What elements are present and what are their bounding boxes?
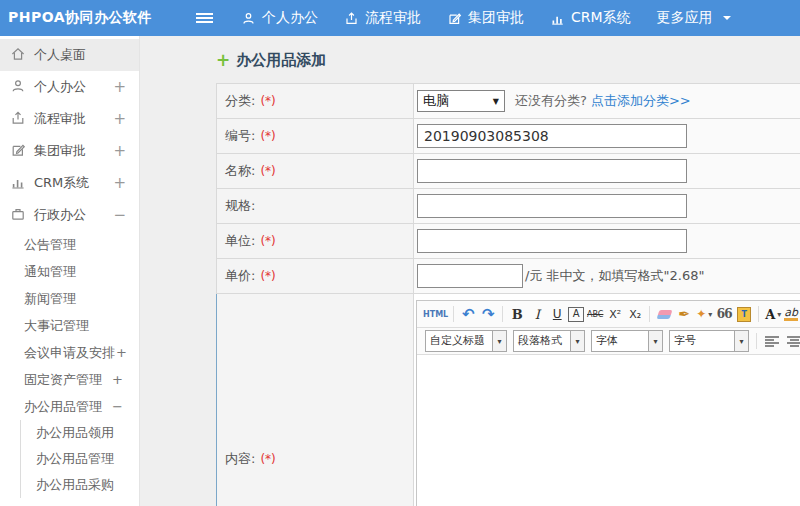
app-window: PHPOA协同办公软件 个人办公 流程审批 集团审批 CRM系统 更多应用 bbox=[0, 0, 800, 506]
font-family-dropdown[interactable]: 字体 ▾ bbox=[591, 330, 663, 352]
person-icon bbox=[241, 11, 256, 26]
magic-wand-icon: ✦ bbox=[696, 307, 706, 321]
expand-plus-icon[interactable]: + bbox=[112, 372, 123, 387]
unit-input[interactable] bbox=[417, 229, 687, 253]
sidebar-item-announcement-mgmt[interactable]: 公告管理 bbox=[0, 231, 139, 258]
format-painter-button[interactable]: ✦▾ bbox=[695, 304, 713, 324]
sidebar-item-crm-system[interactable]: CRM系统 + bbox=[0, 167, 139, 199]
dropdown-value: 字号 bbox=[669, 330, 735, 352]
align-center-button[interactable] bbox=[787, 336, 800, 347]
toolbar-separator bbox=[649, 306, 650, 322]
sidebar-item-supplies-purchase[interactable]: 办公用品采购 bbox=[21, 472, 139, 498]
caret-down-icon: ▾ bbox=[777, 310, 781, 319]
editor-content-area[interactable] bbox=[417, 355, 800, 506]
field-value-code bbox=[414, 119, 800, 153]
bold-button[interactable]: B bbox=[508, 304, 526, 324]
nav-personal-office[interactable]: 个人办公 bbox=[241, 9, 318, 27]
office-supply-add-form: 分类: (*) 电脑 ▼ 还没有分类? 点击添加分类>> 编号: (*) bbox=[216, 83, 800, 506]
strikethrough-button[interactable]: ABC bbox=[586, 304, 604, 324]
nav-workflow-approval[interactable]: 流程审批 bbox=[344, 9, 421, 27]
underline-button[interactable]: U bbox=[548, 304, 566, 324]
sidebar-item-label: 行政办公 bbox=[34, 206, 86, 224]
expand-plus-icon[interactable]: + bbox=[113, 78, 126, 96]
price-input[interactable] bbox=[417, 264, 523, 288]
caret-down-icon: ▾ bbox=[649, 330, 663, 352]
nav-crm-system[interactable]: CRM系统 bbox=[550, 9, 631, 27]
name-input[interactable] bbox=[417, 159, 687, 183]
expand-plus-icon[interactable]: + bbox=[113, 142, 126, 160]
highlight-button[interactable]: ab▾ bbox=[784, 304, 800, 324]
no-category-hint: 还没有分类? bbox=[515, 92, 587, 110]
redo-button[interactable]: ↷ bbox=[479, 304, 497, 324]
font-size-dropdown[interactable]: 字号 ▾ bbox=[669, 330, 749, 352]
hamburger-menu-icon[interactable] bbox=[196, 11, 213, 25]
app-logo: PHPOA协同办公软件 bbox=[8, 9, 160, 27]
rich-text-editor: HTML ↶ ↷ B I U A ABC X² X₂ ✒ bbox=[416, 300, 800, 506]
expand-plus-icon[interactable]: + bbox=[113, 110, 126, 128]
html-source-button[interactable]: HTML bbox=[423, 304, 448, 324]
field-label-name: 名称: (*) bbox=[217, 154, 414, 188]
sidebar-item-supplies-requisition[interactable]: 办公用品领用 bbox=[21, 420, 139, 446]
collapse-minus-icon[interactable]: − bbox=[112, 399, 123, 414]
sidebar-item-meeting-request[interactable]: 会议申请及安排 + bbox=[0, 339, 139, 366]
nav-label: 流程审批 bbox=[365, 9, 421, 27]
sidebar-item-label: 通知管理 bbox=[24, 263, 76, 281]
field-value-name bbox=[414, 154, 800, 188]
sidebar-item-label: 集团审批 bbox=[34, 142, 86, 160]
category-select[interactable]: 电脑 ▼ bbox=[417, 90, 505, 112]
add-category-link[interactable]: 点击添加分类>> bbox=[591, 92, 691, 110]
superscript-button[interactable]: X² bbox=[606, 304, 624, 324]
paste-button[interactable]: T bbox=[735, 304, 753, 324]
clear-format-button[interactable]: ✒ bbox=[675, 304, 693, 324]
sidebar-item-group-approval[interactable]: 集团审批 + bbox=[0, 135, 139, 167]
expand-plus-icon[interactable]: + bbox=[116, 345, 127, 360]
collapse-minus-icon[interactable]: − bbox=[113, 206, 126, 224]
sidebar-item-personal-office[interactable]: 个人办公 + bbox=[0, 71, 139, 103]
font-color-button[interactable]: A▾ bbox=[764, 304, 782, 324]
blockquote-button[interactable]: 66 bbox=[715, 304, 733, 324]
sidebar-item-label: CRM系统 bbox=[34, 174, 89, 192]
nav-more-apps[interactable]: 更多应用 bbox=[657, 9, 731, 27]
align-left-button[interactable] bbox=[765, 336, 779, 347]
paragraph-format-dropdown[interactable]: 段落格式 ▾ bbox=[513, 330, 585, 352]
editor-toolbar-row1: HTML ↶ ↷ B I U A ABC X² X₂ ✒ bbox=[417, 301, 800, 328]
top-nav: 个人办公 流程审批 集团审批 CRM系统 更多应用 bbox=[241, 9, 731, 27]
sidebar-item-fixed-assets-mgmt[interactable]: 固定资产管理 + bbox=[0, 366, 139, 393]
caret-down-icon: ▾ bbox=[708, 310, 712, 319]
font-border-button[interactable]: A bbox=[568, 307, 584, 322]
edit-icon bbox=[447, 11, 462, 26]
sidebar-subgroup-office-supplies: 办公用品领用 办公用品管理 办公用品采购 bbox=[20, 420, 139, 498]
code-input[interactable] bbox=[417, 124, 687, 148]
sidebar-item-label: 新闻管理 bbox=[24, 290, 76, 308]
required-marker: (*) bbox=[260, 269, 275, 283]
sidebar-item-label: 办公用品管理 bbox=[24, 398, 102, 416]
spec-input[interactable] bbox=[417, 194, 687, 218]
field-value-category: 电脑 ▼ 还没有分类? 点击添加分类>> bbox=[414, 84, 800, 118]
caret-down-icon bbox=[723, 16, 731, 24]
caret-down-icon: ▾ bbox=[571, 330, 585, 352]
sidebar-item-personal-desktop[interactable]: 个人桌面 bbox=[0, 39, 139, 71]
required-marker: (*) bbox=[260, 164, 275, 178]
dropdown-value: 段落格式 bbox=[513, 330, 571, 352]
undo-button[interactable]: ↶ bbox=[459, 304, 477, 324]
label-text: 分类: bbox=[225, 92, 255, 110]
field-value-price: /元 非中文，如填写格式"2.68" bbox=[414, 259, 800, 293]
sidebar-item-workflow-approval[interactable]: 流程审批 + bbox=[0, 103, 139, 135]
eraser-button[interactable] bbox=[655, 304, 673, 324]
sidebar-item-office-supplies-mgmt[interactable]: 办公用品管理 − bbox=[0, 393, 139, 420]
nav-group-approval[interactable]: 集团审批 bbox=[447, 9, 524, 27]
custom-heading-dropdown[interactable]: 自定义标题 ▾ bbox=[425, 330, 507, 352]
sidebar-item-news-mgmt[interactable]: 新闻管理 bbox=[0, 285, 139, 312]
sidebar-item-notice-mgmt[interactable]: 通知管理 bbox=[0, 258, 139, 285]
sidebar-item-admin-office[interactable]: 行政办公 − bbox=[0, 199, 139, 231]
sidebar-item-memorabilia-mgmt[interactable]: 大事记管理 bbox=[0, 312, 139, 339]
italic-button[interactable]: I bbox=[528, 304, 546, 324]
sidebar-item-supplies-management[interactable]: 办公用品管理 bbox=[21, 446, 139, 472]
subscript-button[interactable]: X₂ bbox=[626, 304, 644, 324]
field-label-content: 内容: (*) bbox=[217, 294, 414, 506]
required-marker: (*) bbox=[260, 452, 275, 466]
bar-chart-icon bbox=[10, 174, 34, 193]
field-label-unit: 单位: (*) bbox=[217, 224, 414, 258]
expand-plus-icon[interactable]: + bbox=[113, 174, 126, 192]
bar-chart-icon bbox=[550, 11, 565, 26]
